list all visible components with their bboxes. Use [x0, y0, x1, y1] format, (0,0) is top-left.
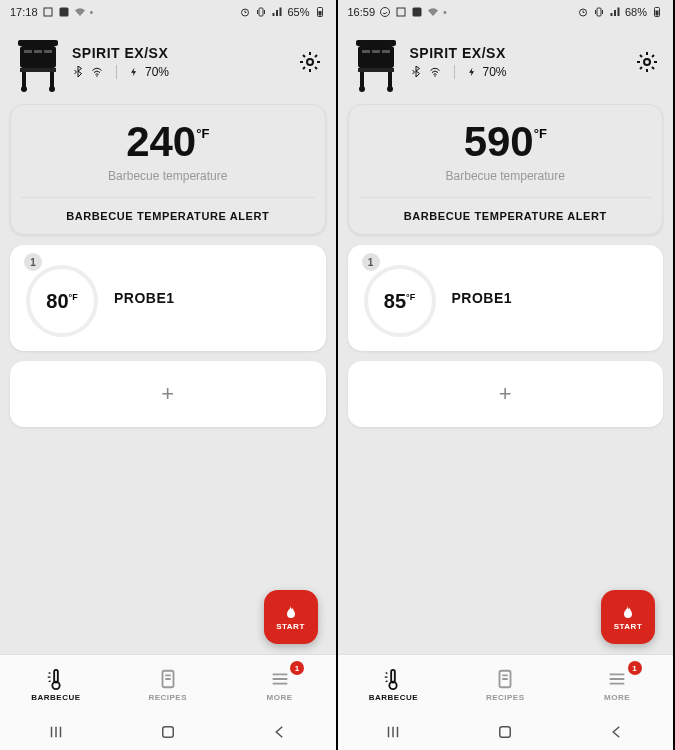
- status-whatsapp-icon: [379, 6, 391, 18]
- device-header: SPIRIT EX/SX 70%: [338, 24, 674, 94]
- svg-point-38: [387, 86, 393, 92]
- svg-rect-26: [597, 8, 601, 16]
- tab-recipes[interactable]: RECIPES: [449, 655, 561, 714]
- svg-rect-35: [360, 72, 364, 88]
- svg-point-22: [381, 8, 390, 17]
- phone-screen-right: 16:59 • 68% SPIRIT EX/SX 70%: [338, 0, 676, 750]
- svg-rect-44: [500, 727, 511, 738]
- tab-recipes[interactable]: RECIPES: [112, 655, 224, 714]
- bbq-temp-unit: °F: [534, 126, 547, 141]
- start-button[interactable]: START: [601, 590, 655, 644]
- bbq-temp-card[interactable]: 240°F Barbecue temperature BARBECUE TEMP…: [10, 104, 326, 235]
- more-badge: 1: [290, 661, 304, 675]
- tab-label: BARBECUE: [31, 693, 80, 702]
- tab-barbecue[interactable]: BARBECUE: [0, 655, 112, 714]
- bbq-temp-card[interactable]: 590°F Barbecue temperature BARBECUE TEMP…: [348, 104, 664, 235]
- plus-icon: +: [499, 381, 512, 406]
- flame-icon: [620, 604, 636, 620]
- tab-label: RECIPES: [486, 693, 525, 702]
- bluetooth-icon: [72, 66, 84, 78]
- battery-icon: [651, 6, 663, 18]
- menu-icon: [269, 668, 291, 690]
- probe-name: PROBE1: [114, 290, 175, 306]
- bolt-icon: [129, 65, 139, 79]
- svg-rect-1: [59, 8, 68, 17]
- bbq-temp-label: Barbecue temperature: [359, 169, 653, 183]
- tab-more[interactable]: 1 MORE: [224, 655, 336, 714]
- signal-icon: [271, 6, 283, 18]
- status-nfc-icon: [42, 6, 54, 18]
- tab-label: BARBECUE: [369, 693, 418, 702]
- status-nfc-icon: [395, 6, 407, 18]
- flame-icon: [283, 604, 299, 620]
- status-bar: 17:18 • 65%: [0, 0, 336, 24]
- nav-home[interactable]: [492, 719, 518, 745]
- status-battery-pct: 65%: [287, 6, 309, 18]
- probe-card[interactable]: 1 80°F PROBE1: [10, 245, 326, 351]
- svg-rect-28: [656, 11, 659, 16]
- svg-rect-3: [259, 8, 263, 16]
- svg-rect-32: [372, 50, 380, 53]
- status-dots: •: [443, 6, 447, 18]
- status-time: 17:18: [10, 6, 38, 18]
- grill-image: [352, 32, 400, 92]
- bbq-temp-value: 590: [464, 118, 534, 165]
- svg-rect-13: [50, 72, 54, 88]
- nav-back[interactable]: [267, 719, 293, 745]
- probe-temp-value: 80: [46, 290, 68, 312]
- status-wifi-icon: [427, 6, 439, 18]
- wifi-icon: [428, 66, 442, 78]
- nav-back[interactable]: [604, 719, 630, 745]
- tab-barbecue[interactable]: BARBECUE: [338, 655, 450, 714]
- svg-rect-12: [22, 72, 26, 88]
- menu-icon: [606, 668, 628, 690]
- device-header: SPIRIT EX/SX 70%: [0, 24, 336, 94]
- vibrate-icon: [593, 6, 605, 18]
- probe-ring: 85°F: [364, 265, 436, 337]
- nav-recents[interactable]: [380, 719, 406, 745]
- gear-icon[interactable]: [298, 50, 322, 74]
- svg-rect-21: [162, 727, 173, 738]
- svg-point-14: [21, 86, 27, 92]
- alarm-icon: [577, 6, 589, 18]
- bbq-temp-alert-button[interactable]: BARBECUE TEMPERATURE ALERT: [359, 197, 653, 234]
- probe-ring: 80°F: [26, 265, 98, 337]
- device-name: SPIRIT EX/SX: [410, 45, 626, 61]
- svg-point-37: [359, 86, 365, 92]
- tab-label: MORE: [604, 693, 630, 702]
- plus-icon: +: [161, 381, 174, 406]
- bbq-temp-alert-button[interactable]: BARBECUE TEMPERATURE ALERT: [21, 197, 315, 234]
- tab-more[interactable]: 1 MORE: [561, 655, 673, 714]
- gear-icon[interactable]: [635, 50, 659, 74]
- svg-rect-9: [34, 50, 42, 53]
- start-label: START: [276, 622, 305, 631]
- svg-rect-10: [44, 50, 52, 53]
- battery-icon: [314, 6, 326, 18]
- probe-number-badge: 1: [24, 253, 42, 271]
- recipe-icon: [494, 668, 516, 690]
- tab-label: MORE: [267, 693, 293, 702]
- svg-rect-36: [388, 72, 392, 88]
- vibrate-icon: [255, 6, 267, 18]
- nav-home[interactable]: [155, 719, 181, 745]
- start-label: START: [614, 622, 643, 631]
- status-battery-pct: 68%: [625, 6, 647, 18]
- svg-rect-34: [358, 68, 394, 72]
- bbq-temp-unit: °F: [196, 126, 209, 141]
- svg-point-40: [644, 59, 650, 65]
- add-probe-button[interactable]: +: [348, 361, 664, 427]
- svg-rect-41: [392, 669, 396, 682]
- bolt-icon: [467, 65, 477, 79]
- svg-rect-8: [24, 50, 32, 53]
- bbq-temp-value: 240: [126, 118, 196, 165]
- svg-rect-5: [318, 11, 321, 16]
- device-battery: 70%: [483, 65, 507, 79]
- svg-rect-31: [362, 50, 370, 53]
- add-probe-button[interactable]: +: [10, 361, 326, 427]
- probe-number-badge: 1: [362, 253, 380, 271]
- svg-rect-33: [382, 50, 390, 53]
- probe-name: PROBE1: [452, 290, 513, 306]
- start-button[interactable]: START: [264, 590, 318, 644]
- probe-card[interactable]: 1 85°F PROBE1: [348, 245, 664, 351]
- nav-recents[interactable]: [43, 719, 69, 745]
